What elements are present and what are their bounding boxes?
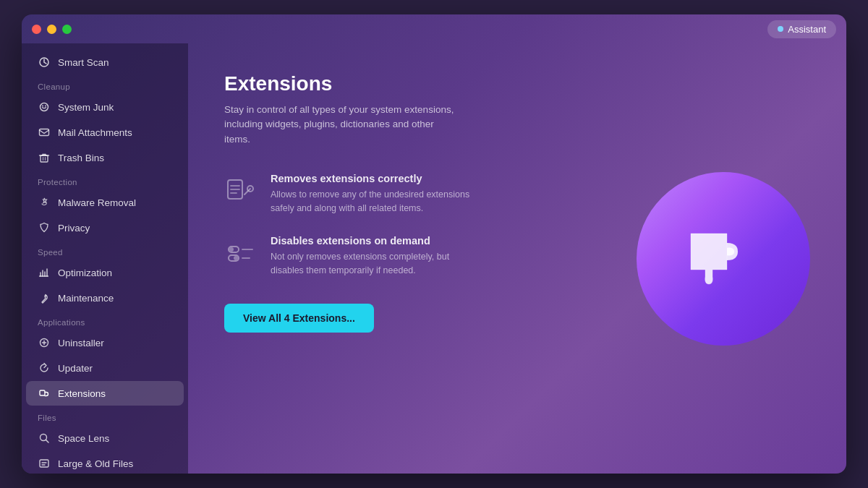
sidebar-item-malware-removal[interactable]: Malware Removal [26,190,184,215]
app-body: Smart Scan Cleanup System Junk [22,43,846,474]
section-cleanup: Cleanup [22,75,188,94]
sidebar-item-trash-bins[interactable]: Trash Bins [26,145,184,170]
app-window: Assistant Smart Scan Cleanup [22,14,846,474]
svg-point-3 [45,106,46,107]
trash-icon [38,151,51,164]
optimization-icon [38,266,51,279]
sidebar-system-junk-label: System Junk [58,102,114,113]
mail-icon [38,126,51,139]
feature-removes-desc: Allows to remove any of the undesired ex… [271,188,480,215]
sidebar-mail-label: Mail Attachments [58,127,132,138]
sidebar-item-maintenance[interactable]: Maintenance [26,286,184,310]
sidebar: Smart Scan Cleanup System Junk [22,43,188,474]
sidebar-extensions-label: Extensions [58,388,106,399]
window-controls [32,25,72,34]
assistant-dot-icon [778,26,783,32]
titlebar: Assistant [22,14,846,43]
sidebar-item-space-lens[interactable]: Space Lens [26,426,184,450]
svg-point-1 [41,103,48,111]
view-extensions-button[interactable]: View All 4 Extensions... [224,304,374,333]
sidebar-space-lens-label: Space Lens [58,433,109,444]
svg-rect-4 [40,129,49,136]
svg-rect-13 [40,390,45,395]
sidebar-item-extensions[interactable]: Extensions [26,381,184,406]
page-title: Extensions [224,72,810,95]
sidebar-item-updater[interactable]: Updater [26,356,184,380]
feature-removes-title: Removes extensions correctly [271,173,480,184]
sidebar-smart-scan-label: Smart Scan [58,57,109,68]
sidebar-item-uninstaller[interactable]: Uninstaller [26,330,184,355]
malware-icon [38,196,51,209]
sidebar-item-mail-attachments[interactable]: Mail Attachments [26,120,184,145]
sidebar-item-smart-scan[interactable]: Smart Scan [26,50,184,74]
updater-icon [38,361,51,374]
sidebar-item-privacy[interactable]: Privacy [26,215,184,240]
sidebar-item-optimization[interactable]: Optimization [26,260,184,285]
system-junk-icon [38,100,51,114]
feature-list: Removes extensions correctly Allows to r… [224,173,485,278]
feature-disables-desc: Not only removes extensions completely, … [271,250,480,278]
svg-point-22 [234,256,238,260]
close-button[interactable] [32,25,41,34]
svg-point-11 [46,296,47,297]
sidebar-privacy-label: Privacy [58,223,90,234]
removes-icon-wrap [224,173,258,206]
space-lens-icon [38,432,51,445]
sidebar-trash-label: Trash Bins [58,153,104,163]
maximize-button[interactable] [62,25,72,34]
sidebar-updater-label: Updater [58,363,93,374]
svg-rect-5 [41,155,48,162]
puzzle-icon [676,215,770,302]
sidebar-malware-label: Malware Removal [58,197,136,208]
section-protection: Protection [22,171,188,189]
uninstaller-icon [38,336,51,349]
large-files-icon [38,457,51,470]
privacy-icon [38,221,51,234]
sidebar-item-large-old-files[interactable]: Large & Old Files [26,451,184,474]
maintenance-icon [38,291,51,304]
feature-disables-text: Disables extensions on demand Not only r… [271,235,480,278]
section-speed: Speed [22,241,188,260]
extensions-icon [38,387,51,400]
assistant-label: Assistant [788,24,826,35]
section-files: Files [22,406,188,425]
feature-removes: Removes extensions correctly Allows to r… [224,173,485,215]
svg-point-20 [229,247,234,252]
hero-illustration [637,172,810,346]
sidebar-optimization-label: Optimization [58,267,112,278]
disables-icon-wrap [224,235,258,268]
section-applications: Applications [22,311,188,330]
minimize-button[interactable] [47,25,56,34]
feature-removes-text: Removes extensions correctly Allows to r… [271,173,480,215]
page-subtitle: Stay in control of all types of your sys… [224,103,456,147]
smart-scan-icon [38,56,51,69]
assistant-button[interactable]: Assistant [767,20,836,38]
svg-point-2 [42,106,43,107]
sidebar-large-files-label: Large & Old Files [58,458,133,469]
sidebar-item-system-junk[interactable]: System Junk [26,95,184,119]
svg-rect-15 [40,460,48,467]
feature-disables: Disables extensions on demand Not only r… [224,235,485,278]
hero-circle [637,172,810,346]
feature-disables-title: Disables extensions on demand [271,235,480,247]
main-content: Extensions Stay in control of all types … [188,43,846,474]
sidebar-uninstaller-label: Uninstaller [58,338,104,348]
sidebar-maintenance-label: Maintenance [58,293,114,304]
